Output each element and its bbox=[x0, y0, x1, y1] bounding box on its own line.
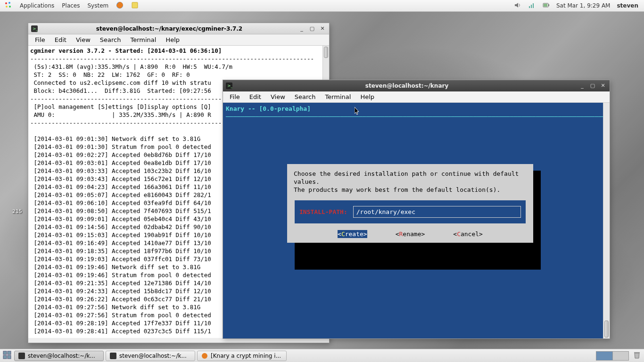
workspace-1[interactable] bbox=[596, 352, 613, 360]
svg-rect-5 bbox=[132, 2, 138, 8]
system-menu[interactable]: System bbox=[87, 2, 108, 9]
svg-rect-20 bbox=[18, 353, 25, 359]
svg-point-2 bbox=[6, 6, 8, 8]
input-frame: INSTALL-PATH: bbox=[295, 200, 526, 223]
svg-rect-10 bbox=[548, 4, 549, 6]
svg-rect-11 bbox=[544, 4, 547, 7]
places-menu[interactable]: Places bbox=[62, 2, 80, 9]
terminal-icon: >_ bbox=[31, 25, 38, 32]
svg-point-22 bbox=[202, 353, 207, 359]
maximize-button[interactable]: ▢ bbox=[589, 82, 596, 90]
install-path-input[interactable] bbox=[353, 206, 521, 218]
user-menu[interactable]: steven bbox=[617, 2, 638, 9]
menu-edit[interactable]: Edit bbox=[51, 35, 70, 44]
workspace-switcher[interactable] bbox=[596, 351, 629, 361]
taskbar-item-terminal1[interactable]: steven@localhost:~/k... bbox=[14, 351, 104, 361]
workspace-2[interactable] bbox=[613, 352, 629, 360]
titlebar[interactable]: >_ steven@localhost:~/knary/exec/cgminer… bbox=[28, 23, 329, 34]
menu-view[interactable]: View bbox=[72, 35, 94, 44]
svg-text:>_: >_ bbox=[227, 83, 232, 88]
taskbar-item-terminal2[interactable]: steven@localhost:~/k... bbox=[106, 351, 195, 361]
scrollbar[interactable] bbox=[603, 103, 610, 338]
trash-icon[interactable] bbox=[629, 351, 641, 361]
rename-button[interactable]: <Rename> bbox=[396, 230, 425, 238]
svg-rect-16 bbox=[3, 351, 7, 354]
menu-file[interactable]: File bbox=[226, 92, 244, 101]
volume-icon[interactable] bbox=[514, 1, 521, 10]
menu-view[interactable]: View bbox=[267, 92, 289, 101]
svg-rect-7 bbox=[531, 5, 532, 8]
terminal-knary-window: >_ steven@localhost:~/knary _ ▢ ✕ File E… bbox=[223, 80, 610, 339]
menu-search[interactable]: Search bbox=[96, 35, 125, 44]
bottom-panel: steven@localhost:~/k... steven@localhost… bbox=[0, 349, 644, 362]
menu-terminal[interactable]: Terminal bbox=[126, 35, 160, 44]
svg-text:>_: >_ bbox=[33, 26, 38, 31]
dialog-message: Choose the desired installation path or … bbox=[291, 170, 529, 198]
install-path-label: INSTALL-PATH: bbox=[299, 208, 347, 216]
menu-help[interactable]: Help bbox=[162, 35, 183, 44]
menubar: File Edit View Search Terminal Help bbox=[223, 91, 610, 103]
titlebar[interactable]: >_ steven@localhost:~/knary _ ▢ ✕ bbox=[223, 80, 610, 91]
top-panel: Applications Places System Sat Mar 1, 9:… bbox=[0, 0, 644, 12]
firefox-launcher-icon[interactable] bbox=[116, 1, 124, 10]
svg-rect-18 bbox=[3, 355, 7, 359]
svg-point-3 bbox=[9, 6, 11, 8]
menu-search[interactable]: Search bbox=[291, 92, 320, 101]
svg-rect-8 bbox=[533, 3, 534, 8]
maximize-button[interactable]: ▢ bbox=[308, 25, 316, 33]
window-title: steven@localhost:~/knary/exec/cgminer-3.… bbox=[41, 25, 298, 32]
gnome-logo-icon[interactable] bbox=[4, 1, 12, 11]
close-button[interactable]: ✕ bbox=[599, 82, 607, 90]
menubar: File Edit View Search Terminal Help bbox=[28, 34, 329, 46]
notes-launcher-icon[interactable] bbox=[131, 1, 139, 10]
create-button[interactable]: <Create> bbox=[338, 230, 367, 238]
show-desktop-button[interactable] bbox=[3, 351, 11, 361]
scrollbar-thumb[interactable] bbox=[324, 47, 328, 58]
svg-rect-6 bbox=[529, 6, 530, 8]
menu-terminal[interactable]: Terminal bbox=[321, 92, 355, 101]
divider: ────────────────────────────────────────… bbox=[223, 113, 610, 121]
menu-help[interactable]: Help bbox=[356, 92, 378, 101]
svg-rect-23 bbox=[634, 352, 640, 353]
network-icon[interactable] bbox=[528, 1, 536, 10]
terminal-icon: >_ bbox=[226, 82, 232, 89]
svg-rect-17 bbox=[8, 351, 11, 354]
close-button[interactable]: ✕ bbox=[319, 25, 326, 33]
minimize-button[interactable]: _ bbox=[298, 25, 305, 33]
minimize-button[interactable]: _ bbox=[578, 82, 586, 90]
terminal-output[interactable]: Knary -- [0.0-prealpha] ────────────────… bbox=[223, 103, 610, 338]
svg-point-1 bbox=[8, 2, 10, 4]
svg-rect-19 bbox=[8, 355, 11, 359]
clock[interactable]: Sat Mar 1, 9:29 AM bbox=[556, 2, 611, 9]
svg-point-0 bbox=[5, 2, 7, 4]
app-title: Knary -- [0.0-prealpha] bbox=[223, 103, 610, 113]
install-path-dialog: Choose the desired installation path or … bbox=[287, 164, 533, 243]
scrollbar-thumb[interactable] bbox=[604, 321, 609, 337]
applications-menu[interactable]: Applications bbox=[20, 2, 54, 9]
menu-edit[interactable]: Edit bbox=[246, 92, 265, 101]
battery-icon[interactable] bbox=[542, 1, 550, 10]
menu-file[interactable]: File bbox=[31, 35, 49, 44]
taskbar-item-firefox[interactable]: [Knary a crypt mining i... bbox=[197, 351, 287, 361]
window-title: steven@localhost:~/knary bbox=[235, 82, 578, 89]
cancel-button[interactable]: <Cancel> bbox=[453, 230, 483, 238]
desktop-item-label: 215 bbox=[12, 208, 22, 214]
svg-rect-21 bbox=[110, 353, 116, 359]
